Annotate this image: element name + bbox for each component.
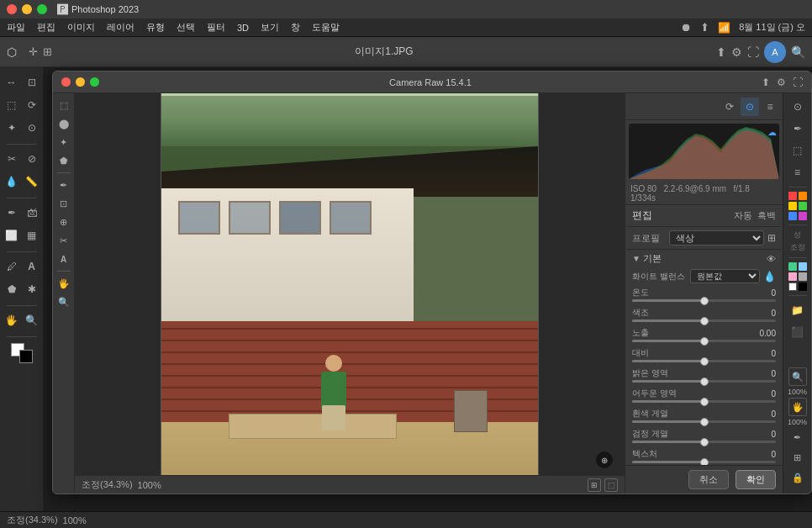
menu-type[interactable]: 유형: [146, 21, 165, 34]
slider-thumb-6[interactable]: [700, 418, 709, 426]
slider-thumb-2[interactable]: [700, 337, 709, 346]
fr-icon-folder[interactable]: 📁: [788, 300, 808, 320]
confirm-button[interactable]: 확인: [736, 470, 776, 489]
profile-grid-icon[interactable]: ⊞: [767, 232, 776, 244]
toolbar-move[interactable]: ✛: [29, 45, 38, 58]
swatch-yellow[interactable]: [788, 202, 797, 210]
menu-select[interactable]: 선택: [177, 21, 195, 34]
cancel-button[interactable]: 취소: [688, 470, 729, 489]
wb-select[interactable]: 원본값: [690, 269, 760, 283]
raw-tool-8[interactable]: ✂: [55, 232, 72, 249]
background-color[interactable]: [19, 350, 33, 363]
status-btn-grid[interactable]: ⊞: [588, 478, 601, 492]
slider-track-7[interactable]: [632, 441, 776, 443]
slider-thumb-8[interactable]: [700, 458, 709, 466]
slider-track-6[interactable]: [632, 420, 776, 423]
traffic-light-red[interactable]: [7, 4, 17, 14]
slider-track-1[interactable]: [632, 319, 776, 322]
fr-icon-1[interactable]: ⊙: [788, 97, 808, 117]
toolbar-expand[interactable]: ⛶: [747, 45, 759, 59]
slider-track-5[interactable]: [632, 400, 776, 403]
raw-tool-hand[interactable]: 🖐: [55, 275, 72, 292]
bw-button[interactable]: 흑백: [757, 209, 776, 222]
dialog-tl-green[interactable]: [90, 77, 99, 87]
raw-tool-zoom[interactable]: 🔍: [55, 293, 72, 310]
dialog-icon-share[interactable]: ⬆: [762, 77, 770, 88]
slider-thumb-7[interactable]: [700, 438, 709, 446]
dialog-tl-yellow[interactable]: [76, 77, 85, 87]
tool-brush[interactable]: ✒: [3, 203, 21, 223]
menu-layer[interactable]: 레이어: [107, 21, 134, 34]
menu-help[interactable]: 도움말: [312, 21, 340, 34]
menu-window[interactable]: 창: [291, 21, 300, 34]
slider-thumb-0[interactable]: [700, 297, 709, 305]
cloud-sync-icon[interactable]: ☁: [767, 126, 777, 138]
raw-tool-9[interactable]: A: [55, 251, 72, 267]
raw-tool-6[interactable]: ⊡: [55, 195, 72, 212]
menu-3d[interactable]: 3D: [237, 23, 249, 33]
dialog-tl-red[interactable]: [61, 77, 71, 87]
dialog-icon-settings[interactable]: ⚙: [777, 77, 786, 88]
swatch-green[interactable]: [799, 202, 807, 210]
topbar-icon-record[interactable]: ⏺: [681, 21, 692, 34]
tool-hand[interactable]: 🖐: [3, 310, 21, 330]
tool-zoom[interactable]: 🔍: [23, 310, 41, 330]
tool-slice[interactable]: ⊘: [23, 149, 41, 169]
swatch-purple[interactable]: [799, 212, 807, 220]
slider-thumb-4[interactable]: [700, 378, 709, 386]
fr-icon-2[interactable]: ✒: [788, 119, 808, 139]
raw-tool-4[interactable]: ⬟: [55, 152, 72, 169]
tool-text[interactable]: A: [23, 256, 41, 277]
toolbar-upload[interactable]: ⬆: [716, 45, 726, 59]
traffic-light-yellow[interactable]: [22, 4, 32, 14]
fr-icon-grid[interactable]: ⊞: [788, 448, 807, 467]
basic-eye-icon[interactable]: 👁: [767, 254, 776, 264]
slider-track-8[interactable]: [632, 461, 776, 463]
tool-eyedropper[interactable]: 💧: [3, 172, 21, 192]
fr-icon-3[interactable]: ⬚: [788, 140, 808, 161]
topbar-icon-share[interactable]: ⬆: [700, 21, 709, 34]
fr-icon-layers[interactable]: ⬛: [788, 322, 808, 342]
tool-custom-shape[interactable]: ✱: [23, 279, 41, 299]
fr-icon-4[interactable]: ≡: [788, 162, 808, 182]
slider-track-2[interactable]: [632, 340, 776, 342]
tool-pen[interactable]: 🖊: [3, 256, 21, 277]
tool-eraser[interactable]: ⬜: [3, 225, 21, 246]
menu-filter[interactable]: 필터: [207, 21, 225, 34]
raw-tool-3[interactable]: ✦: [55, 134, 72, 150]
swatch-gray[interactable]: [799, 272, 807, 281]
dialog-icon-expand[interactable]: ⛶: [793, 77, 803, 88]
menu-image[interactable]: 이미지: [67, 21, 95, 34]
swatch-light-blue[interactable]: [799, 262, 807, 271]
tool-shape[interactable]: ⬟: [3, 279, 21, 299]
panel-icon-adjustments[interactable]: ≡: [761, 98, 779, 116]
fr-icon-lock[interactable]: 🔒: [788, 468, 807, 487]
tool-crop[interactable]: ✂: [3, 149, 21, 169]
status-btn-compare[interactable]: ⬚: [604, 478, 618, 492]
fr-icon-edit-pen[interactable]: ✒: [788, 428, 807, 446]
tool-quick-select[interactable]: ⊙: [23, 118, 41, 138]
raw-tool-1[interactable]: ⬚: [55, 97, 72, 114]
tool-object-select[interactable]: ✦: [3, 118, 21, 138]
wb-eyedropper-icon[interactable]: 💧: [763, 271, 776, 282]
raw-tool-2[interactable]: ⬤: [55, 115, 72, 132]
menu-file[interactable]: 파일: [7, 21, 25, 34]
panel-icon-mask[interactable]: ⊙: [741, 98, 759, 116]
basic-section-header[interactable]: ▼ 기본 👁: [627, 249, 781, 267]
toolbar-artboard[interactable]: ⊞: [43, 45, 52, 58]
toolbar-search-icon[interactable]: 🔍: [791, 45, 805, 59]
swatch-teal[interactable]: [788, 262, 797, 271]
swatch-pink[interactable]: [788, 272, 797, 281]
tool-move[interactable]: ↔: [3, 72, 21, 92]
panel-icon-history[interactable]: ⟳: [720, 98, 739, 116]
fr-icon-hand2[interactable]: 🖐: [788, 398, 807, 416]
tool-lasso[interactable]: ⟳: [23, 95, 41, 115]
tool-stamp[interactable]: 🖄: [23, 203, 41, 223]
profile-select[interactable]: 색상: [669, 230, 764, 246]
zoom-icon-overlay[interactable]: ⊕: [596, 451, 613, 468]
menu-view[interactable]: 보기: [261, 21, 279, 34]
swatch-orange[interactable]: [799, 192, 807, 200]
slider-thumb-5[interactable]: [700, 398, 709, 406]
toolbar-settings[interactable]: ⚙: [731, 45, 742, 59]
slider-track-0[interactable]: [632, 299, 776, 302]
